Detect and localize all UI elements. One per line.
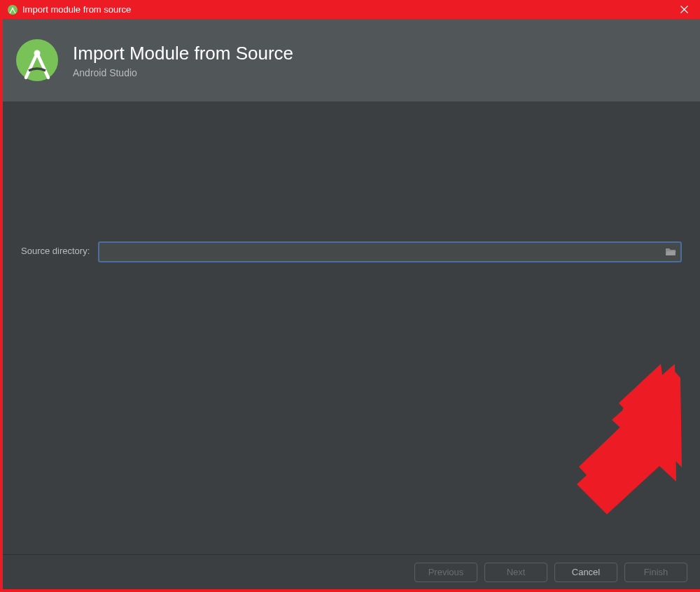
dialog-title: Import Module from Source <box>73 43 293 64</box>
dialog-content: Source directory: <box>3 101 700 554</box>
source-directory-input[interactable] <box>98 241 682 262</box>
cancel-button[interactable]: Cancel <box>554 563 617 582</box>
window-frame: Import module from source Import Module … <box>0 0 700 592</box>
svg-marker-4 <box>579 364 673 498</box>
window-title: Import module from source <box>22 4 668 15</box>
dialog-subtitle: Android Studio <box>73 67 293 78</box>
next-button[interactable]: Next <box>484 563 547 582</box>
svg-marker-5 <box>587 367 682 502</box>
svg-marker-6 <box>584 365 678 504</box>
finish-button[interactable]: Finish <box>624 563 687 582</box>
svg-marker-7 <box>577 364 676 514</box>
dialog-footer: Previous Next Cancel Finish <box>3 554 700 589</box>
dialog-header: Import Module from Source Android Studio <box>3 19 700 101</box>
close-icon <box>680 6 688 13</box>
source-directory-field <box>98 241 682 262</box>
titlebar[interactable]: Import module from source <box>3 0 700 19</box>
android-studio-logo <box>15 38 59 82</box>
android-studio-icon <box>7 4 18 15</box>
header-texts: Import Module from Source Android Studio <box>73 43 293 78</box>
svg-point-2 <box>16 39 58 81</box>
close-button[interactable] <box>668 0 700 19</box>
previous-button[interactable]: Previous <box>414 563 477 582</box>
source-directory-label: Source directory: <box>21 241 90 256</box>
annotation-arrow <box>535 364 682 539</box>
svg-point-0 <box>8 5 18 15</box>
browse-folder-icon[interactable] <box>665 247 676 257</box>
